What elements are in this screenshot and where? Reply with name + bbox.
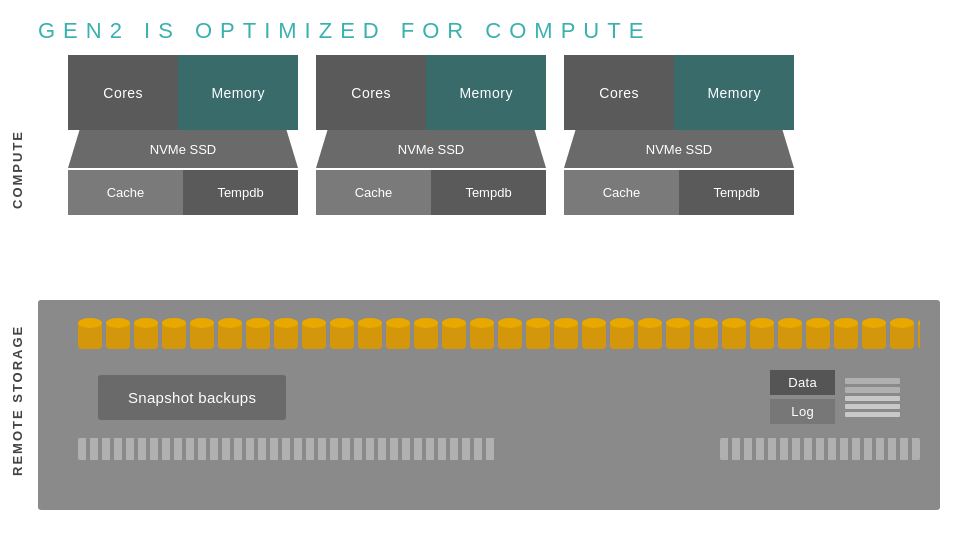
server-3-cache: Cache xyxy=(564,170,679,215)
server-1-tempdb: Tempdb xyxy=(183,170,298,215)
cylinder xyxy=(750,318,774,356)
storage-line-3 xyxy=(845,396,900,401)
data-label: Data xyxy=(770,370,835,395)
cylinder xyxy=(78,318,102,356)
cylinder-top xyxy=(442,318,466,328)
cylinder-top xyxy=(302,318,326,328)
cylinders-row xyxy=(78,312,920,362)
server-block-1: Cores Memory NVMe SSD Cache Tempdb xyxy=(68,55,298,215)
server-1-bottom-row: Cache Tempdb xyxy=(68,170,298,215)
cylinder xyxy=(722,318,746,356)
server-3-nvme: NVMe SSD xyxy=(564,130,794,168)
cylinder-top xyxy=(610,318,634,328)
server-1-cache: Cache xyxy=(68,170,183,215)
cylinder-top xyxy=(190,318,214,328)
server-block-3: Cores Memory NVMe SSD Cache Tempdb xyxy=(564,55,794,215)
cylinder xyxy=(582,318,606,356)
cylinder xyxy=(638,318,662,356)
cylinder xyxy=(330,318,354,356)
server-block-2: Cores Memory NVMe SSD Cache Tempdb xyxy=(316,55,546,215)
bottom-bars xyxy=(78,438,920,460)
remote-storage-label: Remote Storage xyxy=(10,300,25,500)
cylinder xyxy=(190,318,214,356)
cylinder-top xyxy=(498,318,522,328)
cylinder-top xyxy=(666,318,690,328)
cylinder-top xyxy=(862,318,886,328)
cylinder-top xyxy=(162,318,186,328)
server-1-nvme-container: NVMe SSD xyxy=(68,130,298,168)
page-title: GEN2 IS OPTIMIZED FOR COMPUTE xyxy=(38,18,651,44)
data-log-section: Data Log xyxy=(770,370,900,424)
server-3-top-row: Cores Memory xyxy=(564,55,794,130)
compute-section: Cores Memory NVMe SSD Cache Tempdb Cores… xyxy=(38,55,940,295)
striped-bar-right xyxy=(720,438,920,460)
cylinder-top xyxy=(694,318,718,328)
cylinder-top xyxy=(218,318,242,328)
cylinder xyxy=(806,318,830,356)
cylinder-top xyxy=(470,318,494,328)
storage-line-5 xyxy=(845,412,900,417)
server-3-tempdb: Tempdb xyxy=(679,170,794,215)
cylinder xyxy=(134,318,158,356)
cylinder-top xyxy=(722,318,746,328)
cylinder-top xyxy=(806,318,830,328)
cylinder xyxy=(162,318,186,356)
server-2-cores: Cores xyxy=(316,55,426,130)
cylinder xyxy=(498,318,522,356)
cylinder-top xyxy=(890,318,914,328)
server-1-top-row: Cores Memory xyxy=(68,55,298,130)
log-label: Log xyxy=(770,399,835,424)
cylinder xyxy=(610,318,634,356)
server-2-memory: Memory xyxy=(426,55,546,130)
cylinder xyxy=(862,318,886,356)
cylinder xyxy=(470,318,494,356)
cylinder xyxy=(274,318,298,356)
server-2-cache: Cache xyxy=(316,170,431,215)
cylinder-top xyxy=(834,318,858,328)
cylinder-top xyxy=(106,318,130,328)
cylinder-top xyxy=(638,318,662,328)
cylinder xyxy=(302,318,326,356)
cylinder-top xyxy=(582,318,606,328)
cylinder-body xyxy=(918,323,920,349)
server-3-nvme-container: NVMe SSD xyxy=(564,130,794,168)
server-2-bottom-row: Cache Tempdb xyxy=(316,170,546,215)
cylinder-top xyxy=(554,318,578,328)
server-1-cores: Cores xyxy=(68,55,178,130)
server-2-tempdb: Tempdb xyxy=(431,170,546,215)
server-3-bottom-row: Cache Tempdb xyxy=(564,170,794,215)
cylinder xyxy=(890,318,914,356)
cylinder xyxy=(106,318,130,356)
snapshot-backups: Snapshot backups xyxy=(98,375,286,420)
cylinder-top xyxy=(750,318,774,328)
remote-storage-section: Snapshot backups Data Log xyxy=(38,300,940,510)
cylinder xyxy=(358,318,382,356)
server-3-memory: Memory xyxy=(674,55,794,130)
cylinder-top xyxy=(778,318,802,328)
cylinder xyxy=(386,318,410,356)
cylinder-top xyxy=(386,318,410,328)
cylinder-top xyxy=(78,318,102,328)
page: GEN2 IS OPTIMIZED FOR COMPUTE Compute Re… xyxy=(0,0,960,540)
server-3-cores: Cores xyxy=(564,55,674,130)
striped-bar-left xyxy=(78,438,498,460)
data-log-labels: Data Log xyxy=(770,370,835,424)
cylinder xyxy=(694,318,718,356)
cylinder-top xyxy=(358,318,382,328)
server-1-nvme: NVMe SSD xyxy=(68,130,298,168)
cylinder-top xyxy=(414,318,438,328)
middle-storage: Snapshot backups Data Log xyxy=(78,370,920,424)
storage-line-4 xyxy=(845,404,900,409)
cylinder xyxy=(414,318,438,356)
cylinder-top xyxy=(134,318,158,328)
compute-label: Compute xyxy=(10,60,25,280)
cylinder-top xyxy=(246,318,270,328)
cylinder xyxy=(918,318,920,356)
server-2-top-row: Cores Memory xyxy=(316,55,546,130)
cylinder xyxy=(218,318,242,356)
cylinder xyxy=(834,318,858,356)
storage-line-2 xyxy=(845,387,900,393)
cylinder-top xyxy=(526,318,550,328)
cylinder xyxy=(442,318,466,356)
cylinder-top xyxy=(274,318,298,328)
